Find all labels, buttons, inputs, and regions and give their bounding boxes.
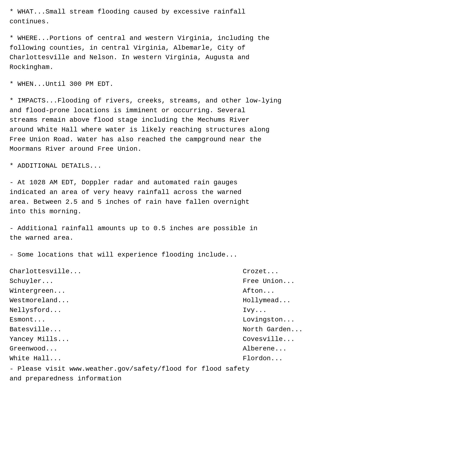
- location-right-8: Alberene...: [243, 344, 467, 354]
- location-right-0: Crozet...: [243, 267, 467, 277]
- location-left-8: Greenwood...: [9, 344, 233, 354]
- when-section: * WHEN...Until 300 PM EDT.: [9, 79, 467, 89]
- what-section: * WHAT...Small stream flooding caused by…: [9, 7, 467, 26]
- location-right-7: Covesville...: [243, 335, 467, 344]
- footer-section: - Please visit www.weather.gov/safety/fl…: [9, 364, 467, 384]
- location-left-2: Wintergreen...: [9, 286, 233, 296]
- locations-grid: Charlottesville...Crozet...Schuyler...Fr…: [9, 267, 467, 363]
- location-right-5: Lovingston...: [243, 315, 467, 325]
- location-left-7: Yancey Mills...: [9, 335, 233, 344]
- additional-details-header: * ADDITIONAL DETAILS...: [9, 161, 467, 171]
- location-right-9: Flordon...: [243, 354, 467, 363]
- location-left-4: Nellysford...: [9, 305, 233, 315]
- location-left-6: Batesville...: [9, 325, 233, 335]
- location-left-9: White Hall...: [9, 354, 233, 363]
- location-right-1: Free Union...: [243, 277, 467, 286]
- location-right-4: Ivy...: [243, 305, 467, 315]
- locations-intro: - Some locations that will experience fl…: [9, 250, 467, 260]
- additional-detail-1: - At 1028 AM EDT, Doppler radar and auto…: [9, 178, 467, 216]
- location-left-1: Schuyler...: [9, 277, 233, 286]
- main-content: * WHAT...Small stream flooding caused by…: [9, 7, 467, 384]
- location-right-6: North Garden...: [243, 325, 467, 335]
- location-left-0: Charlottesville...: [9, 267, 233, 277]
- location-right-3: Hollymead...: [243, 296, 467, 305]
- location-left-5: Esmont...: [9, 315, 233, 325]
- impacts-section: * IMPACTS...Flooding of rivers, creeks, …: [9, 96, 467, 154]
- location-left-3: Westmoreland...: [9, 296, 233, 305]
- additional-detail-2: - Additional rainfall amounts up to 0.5 …: [9, 224, 467, 243]
- where-section: * WHERE...Portions of central and wester…: [9, 33, 467, 72]
- location-right-2: Afton...: [243, 286, 467, 296]
